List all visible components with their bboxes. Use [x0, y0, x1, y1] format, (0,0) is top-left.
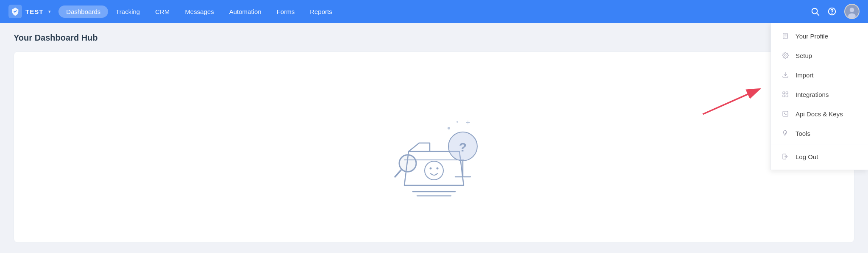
integrations-label: Integrations	[796, 91, 829, 98]
user-avatar[interactable]	[844, 4, 860, 19]
navbar: TEST ▾ Dashboards Tracking CRM Messages …	[0, 0, 868, 23]
help-button[interactable]	[827, 7, 837, 16]
logout-label: Log Out	[796, 153, 818, 160]
svg-point-9	[425, 161, 443, 180]
tools-icon	[781, 129, 790, 138]
svg-rect-30	[786, 92, 788, 94]
nav-item-crm[interactable]: CRM	[147, 6, 177, 18]
svg-point-10	[430, 167, 432, 169]
dashboard-main-area: ? +	[14, 51, 854, 243]
svg-line-14	[395, 170, 401, 177]
dropdown-item-api[interactable]: Api Docs & Keys	[771, 104, 868, 124]
import-icon	[781, 71, 790, 79]
logo-icon	[8, 5, 22, 18]
app-dropdown-chevron[interactable]: ▾	[48, 9, 51, 14]
svg-rect-33	[783, 111, 788, 116]
integrations-icon	[781, 90, 790, 99]
nav-right	[810, 4, 860, 19]
import-label: Import	[796, 72, 814, 79]
dropdown-item-profile[interactable]: Your Profile	[771, 26, 868, 46]
api-label: Api Docs & Keys	[796, 110, 843, 118]
empty-state-illustration: ? +	[383, 96, 485, 198]
svg-point-21	[456, 121, 458, 123]
svg-text:+: +	[466, 118, 470, 127]
nav-items: Dashboards Tracking CRM Messages Automat…	[58, 6, 810, 18]
profile-label: Your Profile	[796, 33, 828, 40]
dropdown-item-logout[interactable]: Log Out	[771, 147, 868, 166]
nav-item-messages[interactable]: Messages	[177, 6, 221, 18]
svg-rect-31	[783, 95, 785, 97]
dropdown-item-integrations[interactable]: Integrations	[771, 85, 868, 104]
svg-point-5	[850, 8, 854, 12]
svg-point-35	[785, 133, 785, 133]
page-content: Your Dashboard Hub	[0, 23, 868, 253]
dropdown-divider	[771, 145, 868, 145]
person-icon	[781, 32, 790, 40]
svg-text:?: ?	[459, 140, 467, 154]
app-logo-area[interactable]: TEST ▾	[8, 5, 51, 18]
user-dropdown-menu: Your Profile Setup Import	[771, 23, 868, 170]
nav-item-reports[interactable]: Reports	[302, 6, 340, 18]
page-title: Your Dashboard Hub	[14, 33, 854, 43]
logout-icon	[781, 152, 790, 161]
svg-point-27	[785, 55, 786, 56]
tools-label: Tools	[796, 130, 810, 137]
svg-point-6	[848, 13, 856, 18]
search-button[interactable]	[810, 7, 820, 16]
logo-svg	[11, 7, 20, 16]
nav-item-forms[interactable]: Forms	[269, 6, 303, 18]
avatar-image	[845, 4, 859, 19]
setup-label: Setup	[796, 52, 812, 59]
dropdown-item-tools[interactable]: Tools	[771, 124, 868, 143]
nav-item-tracking[interactable]: Tracking	[108, 6, 147, 18]
svg-rect-32	[786, 95, 788, 97]
svg-rect-29	[783, 92, 785, 94]
api-icon	[781, 110, 790, 118]
svg-line-1	[817, 13, 819, 15]
dropdown-item-setup[interactable]: Setup	[771, 46, 868, 65]
svg-point-3	[832, 13, 832, 14]
svg-point-20	[448, 127, 450, 129]
app-name: TEST	[25, 8, 43, 15]
dropdown-item-import[interactable]: Import	[771, 65, 868, 85]
svg-point-11	[437, 167, 439, 169]
nav-item-automation[interactable]: Automation	[222, 6, 269, 18]
nav-item-dashboards[interactable]: Dashboards	[58, 6, 108, 18]
svg-point-13	[399, 155, 416, 172]
gear-icon	[781, 51, 790, 60]
